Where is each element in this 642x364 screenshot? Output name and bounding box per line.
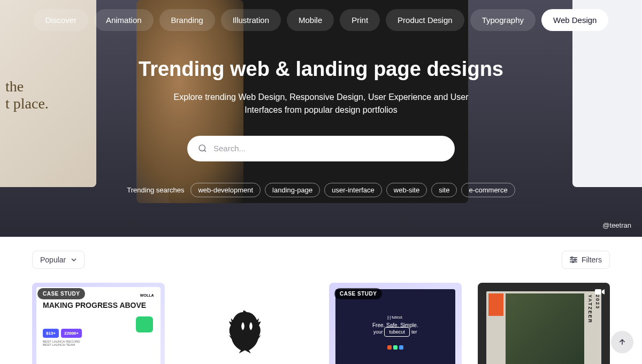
controls-bar: Popular Filters [0, 237, 642, 269]
shot-preview: [-] tubcut.Free. Safe. Simple.yourtubecu… [335, 289, 455, 364]
category-web-design[interactable]: Web Design [541, 9, 608, 31]
sort-dropdown[interactable]: Popular [32, 251, 85, 269]
sort-value: Popular [40, 255, 66, 264]
shot-card[interactable]: YATZEER2023 [478, 283, 610, 364]
svg-point-5 [574, 259, 576, 261]
category-nav: DiscoverAnimationBrandingIllustrationMob… [34, 9, 609, 31]
trending-label: Trending searches [127, 186, 184, 194]
svg-point-7 [572, 261, 574, 263]
category-mobile[interactable]: Mobile [287, 9, 334, 31]
svg-point-0 [199, 145, 205, 151]
griffin-logo [227, 309, 267, 355]
filters-button[interactable]: Filters [562, 251, 610, 269]
trending-tag-site[interactable]: site [431, 183, 457, 197]
hero-title: Trending web & landing page designs [139, 58, 503, 81]
search-bar[interactable] [187, 136, 455, 161]
filters-icon [570, 257, 577, 263]
trending-searches-row: Trending searches web-developmentlanding… [127, 183, 515, 197]
trending-tag-web-development[interactable]: web-development [190, 183, 261, 197]
category-branding[interactable]: Branding [159, 9, 215, 31]
category-product-design[interactable]: Product Design [386, 9, 464, 31]
shot-card[interactable]: CASE STUDYWOLLAMAKING PROGRESS ABOVE$13+… [32, 283, 165, 364]
hero-subtitle: Explore trending Web Design, Responsive … [160, 91, 482, 117]
video-icon [595, 288, 605, 296]
shot-preview: YATZEER2023 [486, 291, 602, 364]
shot-card[interactable]: CASE STUDY[-] tubcut.Free. Safe. Simple.… [329, 283, 462, 364]
chevron-down-icon [71, 258, 77, 261]
case-study-badge: CASE STUDY [37, 288, 85, 299]
shot-card[interactable] [181, 283, 314, 364]
category-typography[interactable]: Typography [470, 9, 536, 31]
trending-tag-landing-page[interactable]: landing-page [265, 183, 320, 197]
trending-tag-web-site[interactable]: web-site [386, 183, 427, 197]
category-illustration[interactable]: Illustration [221, 9, 281, 31]
hero-credit[interactable]: @teetran [602, 221, 631, 229]
svg-point-3 [571, 257, 572, 259]
arrow-up-icon [618, 338, 626, 346]
svg-line-1 [204, 150, 206, 152]
scroll-to-top-button[interactable] [611, 331, 633, 353]
trending-tag-e-commerce[interactable]: e-commerce [461, 183, 515, 197]
trending-tag-user-interface[interactable]: user-interface [324, 183, 381, 197]
search-icon [198, 144, 207, 153]
search-input[interactable] [213, 144, 444, 153]
hero-section: DiscoverAnimationBrandingIllustrationMob… [0, 0, 642, 237]
category-print[interactable]: Print [340, 9, 380, 31]
shots-grid: CASE STUDYWOLLAMAKING PROGRESS ABOVE$13+… [0, 269, 642, 364]
filters-label: Filters [582, 255, 602, 264]
case-study-badge: CASE STUDY [334, 288, 382, 299]
svg-rect-8 [595, 289, 601, 295]
category-animation[interactable]: Animation [94, 9, 154, 31]
category-discover[interactable]: Discover [34, 9, 88, 31]
